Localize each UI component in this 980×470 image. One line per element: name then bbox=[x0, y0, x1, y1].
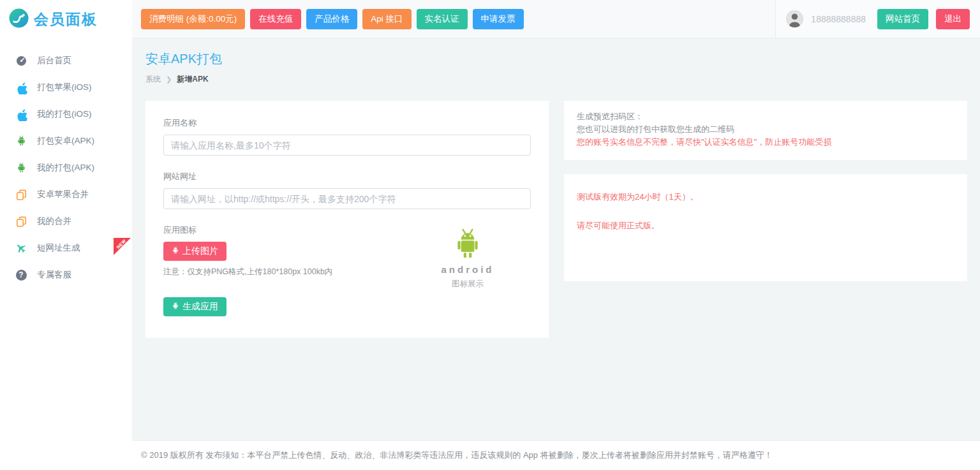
copy-icon bbox=[15, 215, 27, 228]
android-icon bbox=[172, 302, 179, 312]
sidebar-item-label: 打包安卓(APK) bbox=[37, 135, 94, 147]
page-title: 安卓APK打包 bbox=[145, 50, 967, 68]
sidebar-menu: 后台首页 打包苹果(iOS) 我的打包(iOS) 打包安卓(APK) bbox=[0, 38, 132, 288]
icon-preview-caption: 图标展示 bbox=[426, 279, 509, 290]
right-panel-column: 生成预览扫码区： 您也可以进我的打包中获取您生成的二维码 您的账号实名信息不完整… bbox=[564, 101, 967, 281]
site-url-label: 网站网址 bbox=[163, 171, 531, 182]
sidebar-item-dashboard[interactable]: 后台首页 bbox=[0, 47, 132, 74]
android-wordmark: android bbox=[426, 264, 509, 275]
breadcrumb: 系统 ❯ 新增APK bbox=[145, 74, 967, 85]
brand: 会员面板 bbox=[0, 0, 132, 38]
android-icon bbox=[172, 246, 179, 256]
sidebar: 会员面板 后台首页 打包苹果(iOS) bbox=[0, 0, 132, 470]
sidebar-item-my-pack-ios[interactable]: 我的打包(iOS) bbox=[0, 101, 132, 128]
dashboard-icon bbox=[15, 54, 27, 67]
sidebar-item-label: 我的合并 bbox=[37, 216, 71, 227]
android-robot-icon bbox=[452, 251, 484, 262]
main-content: 安卓APK打包 系统 ❯ 新增APK 应用名称 网站网址 bbox=[132, 38, 980, 440]
site-url-input[interactable] bbox=[163, 188, 531, 209]
topbar-user-area: 18888888888 网站首页 退出 bbox=[775, 0, 980, 38]
site-home-button[interactable]: 网站首页 bbox=[877, 9, 928, 29]
apk-form-card: 应用名称 网站网址 应用图标 上传图片 bbox=[145, 101, 549, 338]
sidebar-item-label: 后台首页 bbox=[37, 55, 71, 66]
android-icon bbox=[15, 161, 27, 174]
preview-line-2: 您也可以进我的打包中获取您生成的二维码 bbox=[577, 123, 954, 136]
copyright-text: © 2019 版权所有 发布须知：本平台严禁上传色情、反动、政治、非法博彩类等违… bbox=[141, 450, 773, 461]
api-button[interactable]: Api 接口 bbox=[362, 9, 411, 29]
sidebar-item-merge[interactable]: 安卓苹果合并 bbox=[0, 181, 132, 208]
app-window: 会员面板 后台首页 打包苹果(iOS) bbox=[0, 0, 980, 470]
notice-line-2: 请尽可能使用正式版。 bbox=[577, 220, 954, 231]
footer: © 2019 版权所有 发布须知：本平台严禁上传色情、反动、政治、非法博彩类等违… bbox=[132, 440, 980, 470]
qr-preview-card: 生成预览扫码区： 您也可以进我的打包中获取您生成的二维码 您的账号实名信息不完整… bbox=[564, 101, 967, 160]
topbar: 消费明细 (余额:0.00元) 在线充值 产品价格 Api 接口 实名认证 申请… bbox=[132, 0, 980, 38]
apple-icon bbox=[15, 81, 27, 94]
product-price-button[interactable]: 产品价格 bbox=[306, 9, 357, 29]
breadcrumb-root[interactable]: 系统 bbox=[145, 74, 161, 85]
sidebar-item-pack-ios[interactable]: 打包苹果(iOS) bbox=[0, 74, 132, 101]
plane-icon bbox=[15, 242, 27, 254]
sidebar-item-label: 短网址生成 bbox=[37, 242, 80, 254]
sidebar-item-my-merge[interactable]: 我的合并 bbox=[0, 208, 132, 235]
trial-notice-card: 测试版有效期为24小时（1天）。 请尽可能使用正式版。 bbox=[564, 174, 967, 281]
sidebar-item-support[interactable]: ? 专属客服 bbox=[0, 261, 132, 288]
logout-button[interactable]: 退出 bbox=[936, 9, 970, 29]
sidebar-item-pack-apk[interactable]: 打包安卓(APK) bbox=[0, 128, 132, 154]
realname-auth-button[interactable]: 实名认证 bbox=[417, 9, 468, 29]
realname-warning-text: 您的账号实名信息不完整，请尽快"认证实名信息"，防止账号功能受损 bbox=[577, 136, 954, 149]
consume-detail-button[interactable]: 消费明细 (余额:0.00元) bbox=[141, 9, 245, 29]
android-logo-preview: android 图标展示 bbox=[426, 227, 509, 290]
brand-title: 会员面板 bbox=[34, 10, 98, 29]
generate-app-button[interactable]: 生成应用 bbox=[163, 297, 226, 316]
sidebar-item-label: 我的打包(APK) bbox=[37, 162, 94, 173]
notice-line-1: 测试版有效期为24小时（1天）。 bbox=[577, 191, 954, 203]
breadcrumb-current: 新增APK bbox=[177, 74, 208, 85]
recharge-button[interactable]: 在线充值 bbox=[250, 9, 301, 29]
android-icon bbox=[15, 135, 27, 147]
brand-logo-icon bbox=[9, 8, 29, 31]
invoice-button[interactable]: 申请发票 bbox=[473, 9, 524, 29]
user-avatar[interactable] bbox=[786, 10, 803, 27]
sidebar-item-short-url[interactable]: 短网址生成 NEW bbox=[0, 235, 132, 261]
new-ribbon-badge: NEW bbox=[114, 238, 131, 255]
sidebar-item-label: 专属客服 bbox=[37, 269, 71, 281]
question-icon: ? bbox=[15, 268, 27, 281]
content-column: 消费明细 (余额:0.00元) 在线充值 产品价格 Api 接口 实名认证 申请… bbox=[132, 0, 980, 470]
copy-icon bbox=[15, 188, 27, 201]
upload-image-button[interactable]: 上传图片 bbox=[163, 242, 226, 261]
chevron-right-icon: ❯ bbox=[166, 75, 172, 84]
app-name-input[interactable] bbox=[163, 135, 531, 156]
sidebar-item-my-pack-apk[interactable]: 我的打包(APK) bbox=[0, 154, 132, 181]
preview-line-1: 生成预览扫码区： bbox=[577, 110, 954, 123]
sidebar-item-label: 我的打包(iOS) bbox=[37, 108, 92, 120]
user-phone: 18888888888 bbox=[811, 14, 866, 24]
app-name-label: 应用名称 bbox=[163, 117, 531, 129]
sidebar-item-label: 打包苹果(iOS) bbox=[37, 82, 92, 93]
apple-icon bbox=[15, 108, 27, 121]
sidebar-item-label: 安卓苹果合并 bbox=[37, 189, 89, 200]
